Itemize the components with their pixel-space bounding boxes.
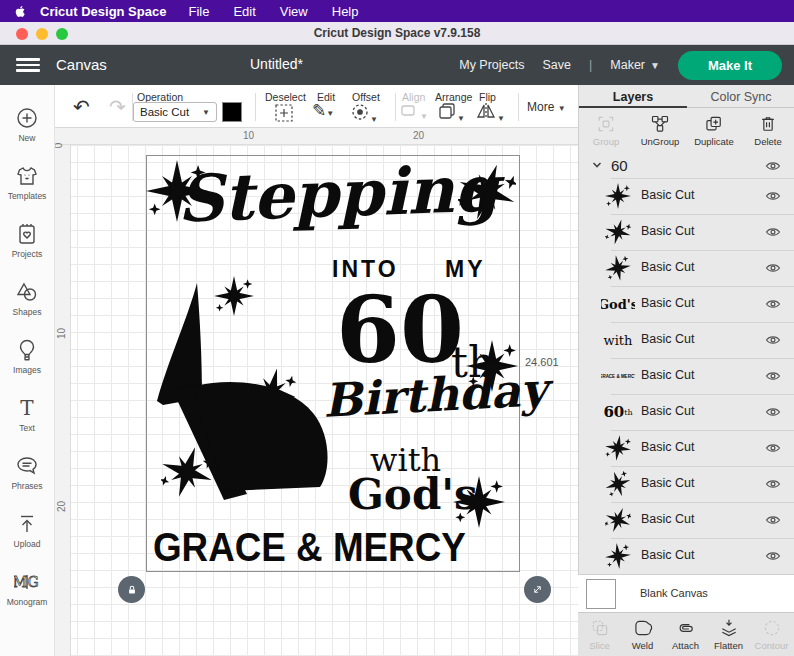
tab-color-sync[interactable]: Color Sync (687, 85, 794, 107)
layer-row[interactable]: God's Basic Cut (579, 286, 794, 322)
svg-text:T: T (20, 396, 34, 420)
layer-thumbnail-text: GRACE & MERCY (601, 363, 635, 389)
sidebar-item-projects[interactable]: Projects (0, 211, 55, 269)
trash-icon (758, 114, 778, 134)
flatten-button[interactable]: Flatten (707, 613, 750, 656)
delete-button[interactable]: Delete (741, 108, 794, 152)
sidebar-item-new[interactable]: New (0, 95, 55, 153)
visibility-eye-icon[interactable] (765, 476, 781, 494)
my-projects-link[interactable]: My Projects (459, 58, 524, 72)
more-button[interactable]: More ▼ (527, 100, 566, 114)
layer-group-header[interactable]: 60 (579, 152, 794, 178)
weld-button[interactable]: Weld (621, 613, 664, 656)
deselect-icon[interactable] (274, 103, 294, 123)
sidebar-item-templates[interactable]: Templates (0, 153, 55, 211)
layer-row[interactable]: Basic Cut (579, 502, 794, 538)
redo-button[interactable]: ↷ (109, 95, 126, 119)
layer-row[interactable]: Basic Cut (579, 178, 794, 214)
bottom-action-bar: Slice Weld Attach Flatten Contour (578, 612, 794, 656)
visibility-eye-icon[interactable] (765, 332, 781, 350)
visibility-eye-icon[interactable] (765, 404, 781, 422)
contour-button[interactable]: Contour (750, 613, 793, 656)
menu-help[interactable]: Help (332, 4, 359, 19)
menu-edit[interactable]: Edit (233, 4, 255, 19)
high-heel-shoe[interactable] (150, 283, 350, 505)
visibility-eye-icon[interactable] (765, 260, 781, 278)
hamburger-menu-icon[interactable] (16, 58, 40, 72)
menu-view[interactable]: View (280, 4, 308, 19)
resize-handle[interactable] (524, 576, 551, 603)
slice-button[interactable]: Slice (578, 613, 621, 656)
edit-toolbar: ↶ ↷ Operation Basic Cut▼ Deselect Edit ✎… (55, 85, 578, 128)
visibility-eye-icon[interactable] (765, 296, 781, 314)
layer-row[interactable]: Basic Cut (579, 214, 794, 250)
layer-row[interactable]: Basic Cut (579, 466, 794, 502)
align-icon: ▼ (400, 103, 428, 121)
sidebar-item-monogram[interactable]: MG Monogram (0, 559, 55, 617)
duplicate-button[interactable]: Duplicate (687, 108, 741, 152)
artwork-text-birthday[interactable]: Birthday (322, 362, 549, 428)
window-title: Cricut Design Space v7.9.158 (0, 26, 794, 40)
ungroup-button[interactable]: UnGroup (633, 108, 687, 152)
document-title[interactable]: Untitled* (250, 56, 303, 72)
layer-row[interactable]: Basic Cut (579, 538, 794, 574)
project-notebook-icon (15, 222, 39, 246)
visibility-eye-icon[interactable] (765, 224, 781, 242)
attach-button[interactable]: Attach (664, 613, 707, 656)
weld-icon (633, 618, 653, 638)
arrange-icon[interactable]: ▼ (437, 101, 465, 123)
artwork-text-gods[interactable]: God's (348, 470, 478, 519)
shapes-icon (15, 280, 39, 304)
color-swatch[interactable] (222, 102, 242, 122)
upload-arrow-icon (15, 512, 39, 536)
canvas-label: Canvas (56, 56, 107, 73)
group-button[interactable]: Group (579, 108, 633, 152)
flatten-icon (719, 618, 739, 638)
lock-handle[interactable] (118, 576, 145, 603)
layer-row[interactable]: with Basic Cut (579, 322, 794, 358)
artwork-text-grace-mercy[interactable]: GRACE & MERCY (153, 525, 466, 570)
chevron-down-icon[interactable] (591, 159, 603, 171)
monogram-icon: MG (14, 570, 40, 594)
layer-row[interactable]: 60th Basic Cut (579, 394, 794, 430)
blank-canvas-swatch[interactable] (586, 579, 616, 609)
contour-icon (762, 618, 782, 638)
artwork-text-stepping[interactable]: Stepping (176, 150, 500, 236)
chevron-down-icon: ▼ (202, 108, 210, 117)
pencil-icon[interactable]: ✎▼ (312, 100, 334, 121)
visibility-eye-icon[interactable] (765, 440, 781, 458)
sidebar-item-upload[interactable]: Upload (0, 501, 55, 559)
menu-file[interactable]: File (188, 4, 209, 19)
layer-row[interactable]: Basic Cut (579, 250, 794, 286)
sidebar-item-shapes[interactable]: Shapes (0, 269, 55, 327)
flip-icon[interactable]: ▼ (475, 101, 505, 123)
operation-dropdown[interactable]: Basic Cut▼ (133, 102, 217, 122)
offset-icon[interactable]: ▼ (350, 102, 378, 124)
layer-row[interactable]: Basic Cut (579, 430, 794, 466)
tab-layers[interactable]: Layers (579, 85, 687, 108)
design-canvas[interactable]: Stepping INTO MY 60 th Birthday with God… (55, 128, 578, 656)
layer-row[interactable]: GRACE & MERCY Basic Cut (579, 358, 794, 394)
blank-canvas-row[interactable]: Blank Canvas (578, 574, 794, 612)
sidebar-item-phrases[interactable]: Phrases (0, 443, 55, 501)
machine-selector[interactable]: Maker▼ (610, 58, 660, 72)
save-link[interactable]: Save (543, 58, 572, 72)
sidebar-item-images[interactable]: Images (0, 327, 55, 385)
layers-list: Basic Cut Basic Cut Basic Cut God's Basi… (579, 178, 794, 574)
visibility-eye-icon[interactable] (765, 368, 781, 386)
horizontal-ruler: 10 20 (55, 128, 578, 145)
visibility-eye-icon[interactable] (765, 512, 781, 530)
menu-app-name[interactable]: Cricut Design Space (40, 4, 166, 19)
chevron-down-icon: ▼ (650, 60, 660, 71)
layer-thumbnail-star (601, 183, 635, 209)
sidebar-item-text[interactable]: T Text (0, 385, 55, 443)
layers-panel: Layers Color Sync Group UnGroup Duplicat… (578, 85, 794, 656)
group-name: 60 (611, 157, 628, 174)
apple-icon[interactable] (0, 4, 40, 19)
visibility-eye-icon[interactable] (765, 188, 781, 206)
visibility-eye-icon[interactable] (765, 158, 781, 176)
layer-thumbnail-text: God's (601, 291, 635, 317)
make-it-button[interactable]: Make It (678, 51, 782, 80)
visibility-eye-icon[interactable] (765, 548, 781, 566)
undo-button[interactable]: ↶ (73, 95, 90, 119)
